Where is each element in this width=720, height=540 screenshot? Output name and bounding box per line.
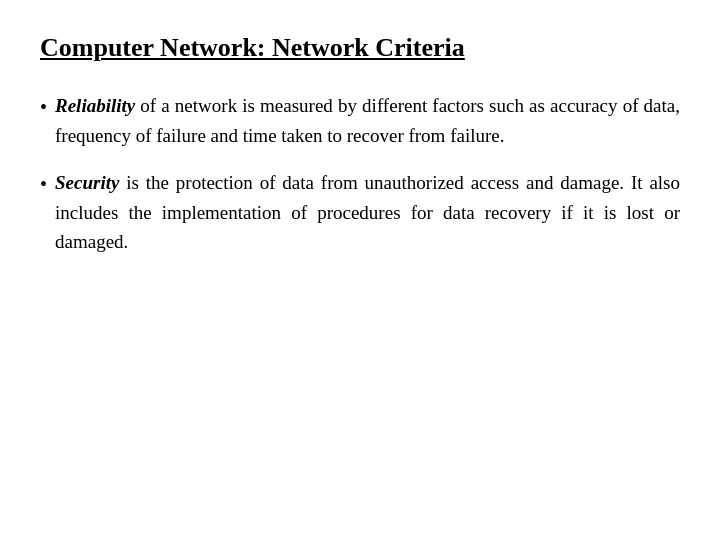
slide-container: Computer Network: Network Criteria • Rel…	[0, 0, 720, 540]
bullet-text-security: Security is the protection of data from …	[55, 168, 680, 256]
bullet-dot-reliability: •	[40, 92, 47, 123]
reliability-body: of a network is measured by different fa…	[55, 95, 680, 145]
bullet-dot-security: •	[40, 169, 47, 200]
slide-content: • Reliability of a network is measured b…	[40, 91, 680, 256]
slide-title: Computer Network: Network Criteria	[40, 32, 680, 63]
bullet-text-reliability: Reliability of a network is measured by …	[55, 91, 680, 150]
security-body: is the protection of data from unauthori…	[55, 172, 680, 252]
bullet-item-reliability: • Reliability of a network is measured b…	[40, 91, 680, 150]
bullet-item-security: • Security is the protection of data fro…	[40, 168, 680, 256]
security-keyword: Security	[55, 172, 119, 193]
reliability-keyword: Reliability	[55, 95, 135, 116]
